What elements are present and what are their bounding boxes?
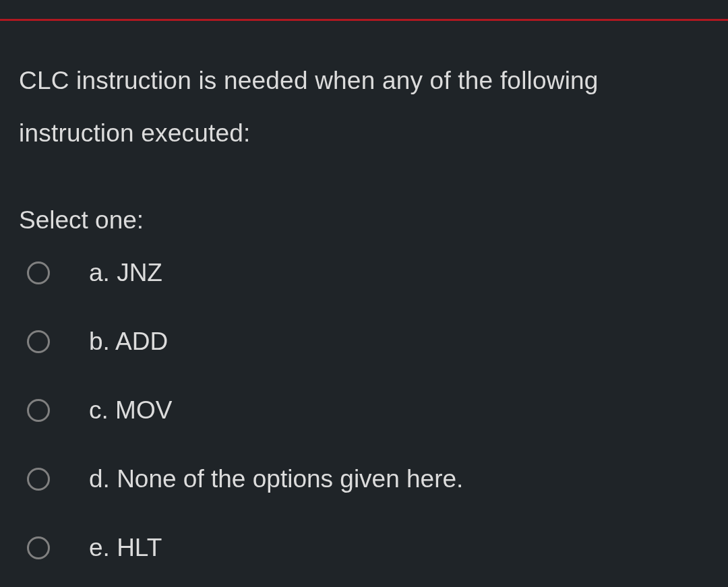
option-d[interactable]: d. None of the options given here. (19, 465, 709, 493)
question-text: CLC instruction is needed when any of th… (19, 55, 709, 159)
options-list: a. JNZ b. ADD c. MOV d. None of the opti… (19, 259, 709, 562)
radio-icon[interactable] (27, 399, 50, 422)
radio-icon[interactable] (27, 261, 50, 284)
radio-icon[interactable] (27, 330, 50, 353)
option-label: e. HLT (89, 534, 162, 562)
option-label: c. MOV (89, 396, 172, 425)
radio-icon[interactable] (27, 468, 50, 491)
option-b[interactable]: b. ADD (19, 328, 709, 356)
option-a[interactable]: a. JNZ (19, 259, 709, 287)
option-c[interactable]: c. MOV (19, 396, 709, 425)
option-label: b. ADD (89, 328, 168, 356)
question-container: CLC instruction is needed when any of th… (0, 21, 728, 562)
select-one-label: Select one: (19, 206, 709, 235)
option-label: a. JNZ (89, 259, 162, 287)
option-e[interactable]: e. HLT (19, 534, 709, 562)
option-label: d. None of the options given here. (89, 465, 463, 493)
radio-icon[interactable] (27, 536, 50, 559)
